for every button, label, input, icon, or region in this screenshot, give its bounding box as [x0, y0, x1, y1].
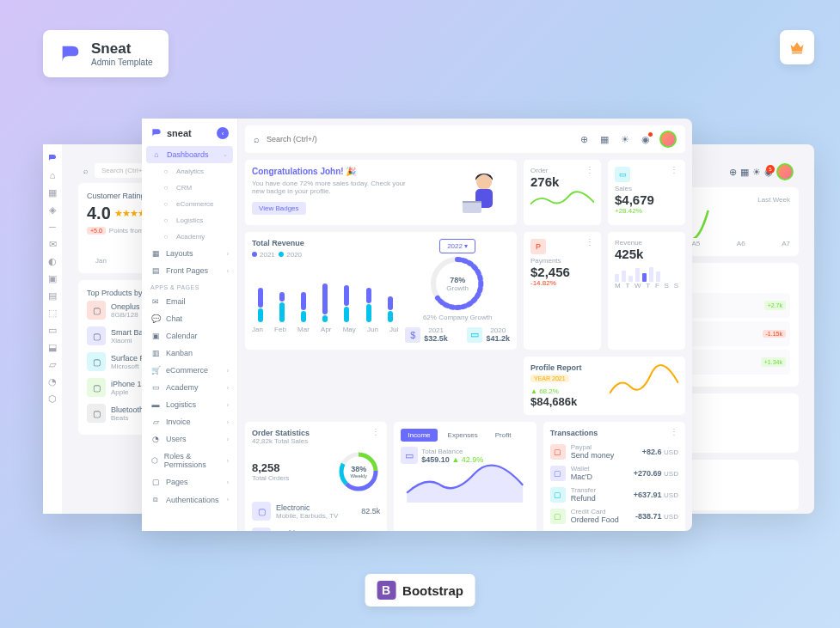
- sidebar-item-chat[interactable]: 💬Chat: [142, 310, 237, 327]
- order-statistics-card: ⋮ Order Statistics 42,82k Total Sales 8,…: [245, 422, 387, 531]
- bell-icon[interactable]: ◉: [639, 132, 653, 146]
- sidebar-item-email[interactable]: ✉Email: [142, 293, 237, 310]
- more-icon[interactable]: ⋮: [586, 165, 594, 174]
- globe-icon[interactable]: ⊕: [577, 132, 591, 146]
- kanban-icon[interactable]: ▤: [47, 290, 58, 301]
- growth-gauge: 78% Growth: [427, 253, 487, 314]
- order-donut: 38%Weekly: [337, 450, 380, 493]
- profile-sparkline: [610, 363, 678, 406]
- revenue-value: 425k: [615, 247, 678, 261]
- sidebar-item-crm[interactable]: ○CRM: [142, 180, 237, 196]
- more-icon[interactable]: ⋮: [670, 427, 678, 436]
- main-content: ⌕ ⊕ ▦ ☀ ◉ Congratulations John! 🎉 You ha…: [238, 119, 692, 531]
- more-icon[interactable]: ⋮: [371, 427, 380, 436]
- company-growth: 62% Company Growth: [405, 314, 510, 321]
- sun-icon[interactable]: ☀: [618, 132, 632, 146]
- view-badges-button[interactable]: View Badges: [252, 202, 306, 215]
- year-dropdown[interactable]: 2022 ▾: [439, 239, 475, 253]
- more-icon[interactable]: ⋮: [586, 237, 594, 247]
- sidebar-item-ecommerce[interactable]: ○eCommerce: [142, 196, 237, 212]
- sidebar-item-authentications[interactable]: ⧈Authentications›: [142, 491, 237, 509]
- sidebar-item-users[interactable]: ◔Users›: [142, 430, 237, 448]
- transaction-row: ▢TransferRefund+637.91 USD: [550, 484, 678, 505]
- grid-icon[interactable]: ▦: [598, 132, 611, 146]
- mail-icon[interactable]: ✉: [47, 239, 58, 249]
- cart-icon[interactable]: ⬚: [47, 308, 58, 318]
- dash-icon[interactable]: ─: [47, 222, 58, 232]
- sales-delta: +28.42%: [615, 207, 678, 215]
- more-icon[interactable]: ⋮: [670, 165, 678, 174]
- sidebar-item-academy[interactable]: ▭Academy›: [142, 379, 237, 396]
- month-label: Apr: [321, 326, 331, 333]
- profile-report-year: YEAR 2021: [530, 375, 569, 382]
- sidebar-item-layouts[interactable]: ▦Layouts›: [142, 245, 237, 262]
- sidebar-item-calendar[interactable]: ▣Calendar: [142, 327, 237, 344]
- grid-icon[interactable]: ▦: [740, 167, 749, 178]
- transaction-row: ▢PaypalSend money+82.6 USD: [550, 441, 678, 462]
- profile-report-value: $84,686k: [530, 395, 582, 408]
- growth-pct: 78%: [446, 276, 469, 284]
- sidebar-item-analytics[interactable]: ○Analytics: [142, 163, 237, 180]
- transactions-card: ⋮ Transactions ▢PaypalSend money+82.6 US…: [543, 422, 685, 531]
- sidebar-item-front-pages[interactable]: ▤Front Pages›: [142, 262, 237, 279]
- sidebar-item-logistics[interactable]: ○Logistics: [142, 212, 237, 229]
- tab-expenses[interactable]: Expenses: [441, 429, 485, 442]
- sidebar-item-ecommerce[interactable]: 🛒eCommerce›: [142, 362, 237, 379]
- tab-income[interactable]: Income: [401, 429, 437, 442]
- search-input[interactable]: [267, 135, 570, 143]
- invoice-icon[interactable]: ▱: [47, 359, 58, 369]
- sidebar-item-dashboards[interactable]: ⌂Dashboards⌄: [146, 146, 233, 163]
- sidebar-item-logistics[interactable]: ▬Logistics›: [142, 396, 237, 413]
- avatar[interactable]: [776, 163, 794, 180]
- sidebar-collapse-button[interactable]: ‹: [217, 127, 229, 139]
- payments-value: $2,456: [530, 265, 594, 279]
- balance-value: $459.10: [421, 455, 450, 464]
- revenue-title: Total Revenue: [252, 239, 398, 247]
- growth-label: Growth: [446, 284, 469, 292]
- y21-label: 2021: [424, 326, 448, 334]
- income-card: Income Expenses Profit ▭ Total Balance $…: [394, 422, 536, 531]
- svg-rect-0: [792, 52, 802, 54]
- sidebar-section: APPS & PAGES: [142, 279, 237, 293]
- sneat-icon: [150, 127, 162, 139]
- legend-2021: 2021: [260, 251, 275, 259]
- month-label: Jul: [389, 326, 398, 333]
- order-sparkline: [530, 189, 594, 210]
- sidebar-item-roles-permissions[interactable]: ⬡Roles & Permissions›: [142, 448, 237, 473]
- revenue-bar-chart: [252, 262, 398, 322]
- calendar-icon[interactable]: ▣: [47, 273, 58, 284]
- brand-subtitle: Admin Template: [91, 58, 153, 67]
- sun-icon[interactable]: ☀: [752, 167, 761, 178]
- y21-value: $32.5k: [424, 334, 448, 343]
- shield-icon[interactable]: ⬡: [47, 393, 58, 404]
- axis-label: A5: [691, 240, 700, 247]
- truck-icon[interactable]: ⬓: [47, 342, 58, 352]
- file-icon[interactable]: ◈: [47, 204, 58, 215]
- sidebar-item-academy[interactable]: ○Academy: [142, 229, 237, 245]
- tab-profit[interactable]: Profit: [488, 429, 518, 442]
- sidebar-item-pages[interactable]: ▢Pages›: [142, 473, 237, 491]
- income-area-chart: [401, 464, 529, 503]
- order-label: Order: [530, 167, 594, 174]
- layout-icon[interactable]: ▦: [47, 187, 58, 198]
- sales-value: $4,679: [615, 192, 678, 207]
- weekday-label: S: [665, 282, 669, 290]
- wallet-icon: ▭: [467, 327, 482, 343]
- sidebar-item-invoice[interactable]: ▱Invoice›: [142, 413, 237, 430]
- book-icon[interactable]: ▭: [47, 325, 58, 335]
- chat-icon[interactable]: ◐: [47, 256, 58, 266]
- transaction-row: ▢WalletMac'D+270.69 USD: [550, 462, 678, 484]
- axis-label: A6: [737, 240, 745, 247]
- payments-card: ⋮ P Payments $2,456 -14.82%: [524, 232, 601, 350]
- sneat-logo-icon: [58, 42, 83, 66]
- home-icon[interactable]: ⌂: [47, 170, 58, 180]
- user-avatar[interactable]: [659, 131, 677, 148]
- order-value: 276k: [530, 174, 594, 189]
- globe-icon[interactable]: ⊕: [729, 167, 737, 178]
- main-dashboard: sneat ‹ ⌂Dashboards⌄○Analytics○CRM○eComm…: [142, 119, 692, 531]
- bell-icon[interactable]: ◉5: [764, 167, 773, 178]
- user-icon[interactable]: ◔: [47, 376, 58, 387]
- sidebar-item-kanban[interactable]: ▥Kanban: [142, 344, 237, 362]
- bootstrap-icon: B: [377, 581, 395, 600]
- payments-label: Payments: [530, 257, 594, 265]
